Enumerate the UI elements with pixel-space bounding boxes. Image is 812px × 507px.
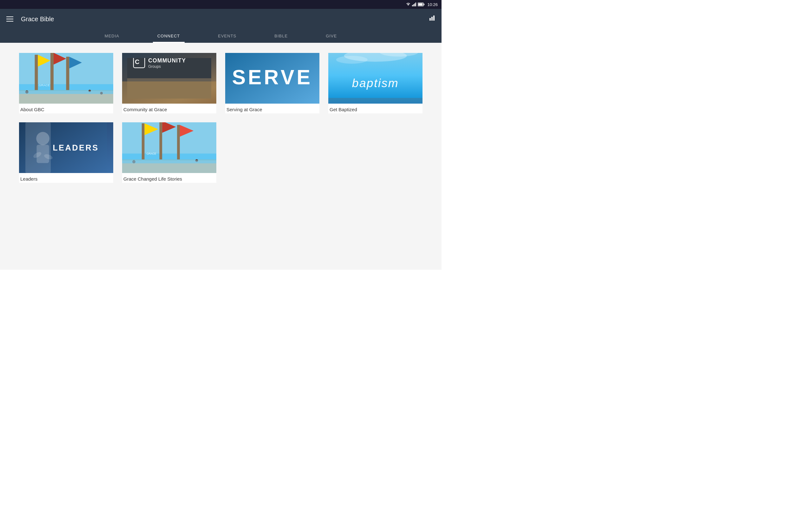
svg-point-40	[32, 151, 42, 159]
svg-rect-7	[429, 18, 431, 20]
battery-icon	[418, 3, 425, 6]
card-label-leaders: Leaders	[19, 173, 113, 183]
card-baptism[interactable]: baptism Get Baptized	[328, 53, 422, 113]
wifi-icon	[406, 3, 411, 6]
tab-events[interactable]: EVENTS	[199, 29, 255, 43]
card-leaders[interactable]: LEADERS Leaders	[19, 122, 113, 183]
svg-rect-43	[122, 122, 216, 173]
svg-text:Groups: Groups	[148, 64, 161, 69]
svg-rect-8	[432, 17, 433, 20]
svg-text:C: C	[135, 58, 139, 65]
svg-text:GRACE: GRACE	[39, 83, 50, 87]
svg-rect-5	[424, 4, 425, 5]
card-grid: GRACE About GBC	[19, 53, 422, 183]
card-stories[interactable]: GRACE Grace Changed Life Stories	[122, 122, 216, 183]
svg-rect-48	[159, 122, 162, 159]
card-label-serve: Serving at Grace	[225, 104, 319, 113]
card-image-leaders: LEADERS	[19, 122, 113, 173]
svg-rect-44	[122, 159, 216, 173]
card-image-about-gbc: GRACE	[19, 53, 113, 104]
svg-text:COMMUNITY: COMMUNITY	[148, 58, 186, 64]
svg-rect-3	[415, 3, 416, 6]
tab-give[interactable]: GIVE	[307, 29, 356, 43]
svg-text:baptism: baptism	[352, 76, 399, 90]
svg-point-53	[195, 159, 198, 162]
tab-media[interactable]: MEDIA	[86, 29, 138, 43]
svg-rect-15	[50, 53, 54, 90]
status-time: 10:26	[427, 2, 438, 7]
svg-rect-1	[413, 4, 414, 7]
svg-rect-45	[122, 154, 216, 164]
card-image-stories: GRACE	[122, 122, 216, 173]
svg-rect-17	[66, 57, 69, 90]
nav-tabs: MEDIA CONNECT EVENTS BIBLE GIVE	[0, 29, 442, 43]
svg-point-52	[132, 160, 136, 164]
svg-point-38	[36, 132, 49, 145]
svg-rect-13	[35, 55, 38, 90]
card-serve[interactable]: SERVE Serving at Grace	[225, 53, 319, 113]
card-label-stories: Grace Changed Life Stories	[122, 173, 216, 183]
tab-bible[interactable]: BIBLE	[255, 29, 307, 43]
svg-rect-46	[142, 123, 145, 159]
svg-rect-11	[19, 90, 113, 104]
svg-point-20	[26, 90, 29, 94]
svg-rect-2	[414, 3, 415, 6]
card-image-baptism: baptism	[328, 53, 422, 104]
app-bar: Grace Bible	[0, 9, 442, 29]
hamburger-menu-button[interactable]	[5, 15, 14, 23]
svg-point-21	[89, 90, 91, 92]
card-label-community: Community at Grace	[122, 104, 216, 113]
signal-icon	[412, 3, 416, 6]
svg-rect-9	[433, 15, 435, 20]
app-title: Grace Bible	[21, 15, 54, 23]
chart-icon[interactable]	[429, 14, 437, 24]
svg-rect-0	[412, 5, 413, 6]
svg-rect-39	[37, 145, 49, 163]
svg-rect-25	[127, 78, 211, 99]
card-label-baptism: Get Baptized	[328, 104, 422, 113]
main-content: GRACE About GBC	[0, 43, 442, 270]
status-bar: 10:26	[0, 0, 442, 9]
svg-point-22	[100, 92, 103, 95]
svg-rect-50	[177, 125, 180, 159]
app-bar-left: Grace Bible	[5, 15, 54, 23]
svg-text:LEADERS: LEADERS	[53, 143, 99, 152]
card-about-gbc[interactable]: GRACE About GBC	[19, 53, 113, 113]
card-community[interactable]: C COMMUNITY Groups Community at Grace	[122, 53, 216, 113]
svg-text:GRACE: GRACE	[147, 152, 156, 155]
svg-point-35	[336, 56, 368, 64]
status-icons: 10:26	[406, 2, 438, 7]
svg-rect-6	[418, 3, 423, 6]
svg-text:SERVE: SERVE	[232, 66, 312, 89]
tab-connect[interactable]: CONNECT	[138, 29, 199, 43]
card-image-serve: SERVE	[225, 53, 319, 104]
card-image-community: C COMMUNITY Groups	[122, 53, 216, 104]
card-label-about-gbc: About GBC	[19, 104, 113, 113]
